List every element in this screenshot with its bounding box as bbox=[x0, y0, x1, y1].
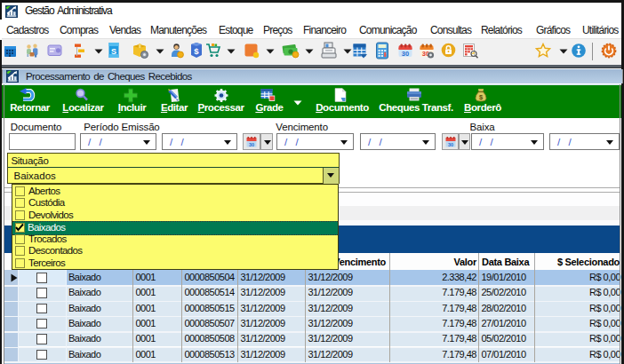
svg-text:30: 30 bbox=[448, 142, 453, 147]
svg-text:$: $ bbox=[194, 46, 199, 56]
svg-text:S: S bbox=[111, 47, 116, 56]
svg-text:30: 30 bbox=[249, 142, 254, 147]
svg-text:30: 30 bbox=[402, 50, 409, 58]
